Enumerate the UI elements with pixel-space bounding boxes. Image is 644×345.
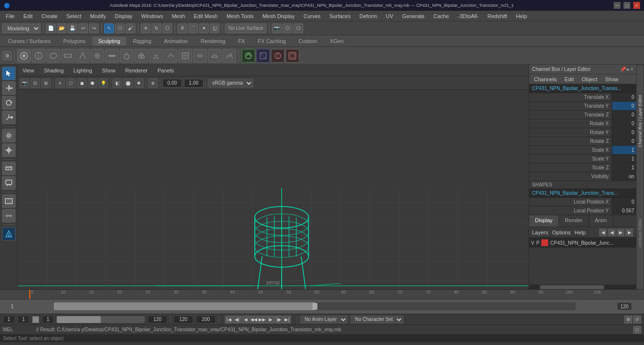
vp-light-btn[interactable]: 💡 [98,78,108,88]
goto-start-button[interactable]: |◀ [225,316,233,323]
menu-display[interactable]: Display [111,12,136,20]
menu-mesh-display[interactable]: Mesh Display [259,12,299,20]
channel-translate-z[interactable]: Translate Z 0 [529,111,636,119]
bb-frame-start[interactable]: 1 [3,316,15,323]
live-surface-button[interactable]: No Live Surface [225,23,266,33]
layer-add-btn[interactable]: ◀ [608,229,616,236]
sculpt-spray-button[interactable] [149,49,163,63]
hypershade-left-button[interactable] [2,209,16,223]
menu-3dtoall[interactable]: -3DtoAll- [454,12,483,20]
move-tool-button[interactable]: ✛ [141,23,151,33]
menu-edit-mesh[interactable]: Edit Mesh [190,12,222,20]
sculpt-settings-button[interactable]: ⚙ [3,51,12,60]
menu-generate[interactable]: Generate [398,12,428,20]
panel-close-icon[interactable]: × [630,67,633,72]
cb-menu-object[interactable]: Object [579,75,599,83]
vp-textured-btn[interactable]: ⬢ [88,78,97,88]
channel-visibility[interactable]: Visibility on [529,172,636,181]
tab-fx[interactable]: FX [232,37,251,46]
tab-sculpting[interactable]: Sculpting [92,37,126,46]
scale-tool-left-button[interactable] [2,111,16,124]
minimize-button[interactable]: ─ [614,2,621,9]
menu-modify[interactable]: Modify [86,12,110,20]
viewport-menu-panels[interactable]: Panels [155,67,176,74]
layer-visibility-v[interactable]: V [531,240,534,246]
layer-menu-layers[interactable]: Layers [532,230,548,235]
viewport-menu-view[interactable]: View [21,67,36,74]
timeline-thumb[interactable] [312,303,317,310]
tab-animation[interactable]: Animation [158,37,194,46]
channel-local-pos-y[interactable]: Local Position Y 0.567 [529,207,636,215]
sculpt-flood-button[interactable] [242,49,255,63]
vp-shaded-btn[interactable]: ◼ [77,78,87,88]
anim-layer-dropdown[interactable]: No Anim Layer [300,316,348,323]
channel-rotate-y[interactable]: Rotate Y 0 [529,128,636,137]
save-scene-button[interactable]: 💾 [67,23,77,33]
vp-frame-all-btn[interactable]: ⊡ [30,78,40,88]
menu-uv[interactable]: UV [382,12,397,20]
channel-translate-x[interactable]: Translate X 0 [529,93,636,102]
bb-frame-current[interactable]: 1 [18,316,29,323]
cb-menu-edit[interactable]: Edit [562,75,576,83]
panel-pin-icon[interactable]: 📌 [620,67,626,72]
rotate-tool-button[interactable]: ↻ [152,23,161,33]
canvas-area[interactable]: X Y Z persp [18,90,529,289]
tab-custom[interactable]: Custom [293,37,323,46]
layer-item[interactable]: V P CP431_NPN_Bipolar_Junc... [529,238,636,248]
snap-curve-button[interactable]: ⌒ [188,23,198,33]
horizontal-scrollbar[interactable] [529,284,636,289]
sculpt-imprint-button[interactable] [178,49,192,63]
color-space-dropdown[interactable]: sRGB gamma [208,79,253,88]
paint-select-button[interactable]: 🖌 [126,23,135,33]
undo-button[interactable]: ↩ [78,23,88,33]
channel-local-pos-x[interactable]: Local Position X 0 [529,198,636,207]
tab-curves-surfaces[interactable]: Curves / Surfaces [2,37,56,46]
sculpt-display3-button[interactable] [286,49,299,63]
timeline-bar[interactable]: 1 120 [0,299,644,314]
sculpt-foamy-button[interactable] [134,49,148,63]
timeline-frame-end[interactable]: 120 [617,302,632,310]
bb-loop-btn[interactable]: ↺ [633,316,641,323]
sculpt-flatten-button[interactable] [61,49,75,63]
tab-rigging[interactable]: Rigging [127,37,157,46]
maya-icon-left-button[interactable] [2,227,16,241]
snap-left-button[interactable] [2,143,16,157]
channel-value-local-pos-x[interactable]: 0 [612,198,636,206]
viewport-menu-lighting[interactable]: Lighting [71,67,94,74]
annotation-left-button[interactable] [2,176,16,190]
render-button[interactable]: ⬡ [283,23,292,33]
sculpt-clay-button[interactable] [90,49,104,63]
menu-windows[interactable]: Windows [137,12,167,20]
coord-y-field[interactable] [184,79,203,88]
layer-remove-btn[interactable]: ▶ [617,229,624,236]
scrollbar-thumb[interactable] [540,285,604,289]
maximize-button[interactable]: □ [623,2,630,9]
new-scene-button[interactable]: 📄 [46,23,56,33]
channel-value-rotate-z[interactable]: 0 [612,137,636,145]
display-tab-anim[interactable]: Anim [589,215,613,227]
vp-ao-btn[interactable]: ⬤ [123,78,133,88]
menu-mesh[interactable]: Mesh [168,12,189,20]
layer-prev-btn[interactable]: ◀ [599,229,607,236]
vp-wireframe-btn[interactable]: ⬡ [66,78,76,88]
rotate-tool-left-button[interactable] [2,96,16,110]
bb-max-frame[interactable]: 120 [174,316,193,323]
char-set-dropdown[interactable]: No Character Set [351,316,403,323]
tab-fx-caching[interactable]: FX Caching [252,37,291,46]
menu-help[interactable]: Help [512,12,531,20]
layer-next-btn[interactable]: ▶ [625,229,633,236]
tab-xgen[interactable]: XGen [324,37,349,46]
vp-frame-sel-btn[interactable]: ⊞ [41,78,51,88]
channel-value-scale-z[interactable]: 1 [612,163,636,172]
sculpt-display1-button[interactable] [256,49,270,63]
channel-box-tab-vert[interactable]: Channel Box / Layer Editor [637,65,644,177]
menu-surfaces[interactable]: Surfaces [326,12,355,20]
sculpt-relax-button[interactable] [17,49,31,63]
vp-camera-btn[interactable]: 📷 [20,78,29,88]
close-button[interactable]: × [633,2,640,9]
lasso-button[interactable]: ⬡ [115,23,125,33]
channel-rotate-x[interactable]: Rotate X 0 [529,119,636,128]
sculpt-bulge-button[interactable] [208,49,222,63]
channel-rotate-z[interactable]: Rotate Z 0 [529,137,636,146]
attribute-editor-tab-vert[interactable]: Attribute Editor [637,177,644,289]
